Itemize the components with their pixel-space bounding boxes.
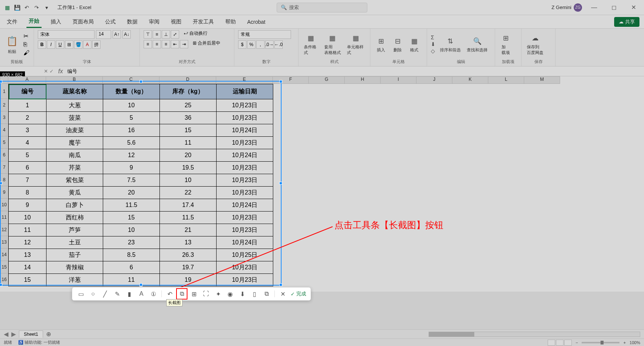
column-header[interactable]: L xyxy=(488,76,524,84)
row-header[interactable]: 2 xyxy=(0,99,8,111)
table-cell[interactable]: 5 xyxy=(9,149,46,162)
delete-cells-button[interactable]: ⊟删除 xyxy=(391,35,404,54)
page-break-view-button[interactable] xyxy=(564,340,572,346)
horizontal-scrollbar[interactable] xyxy=(429,332,640,337)
ribbon-tab-帮助[interactable]: 帮助 xyxy=(223,16,238,28)
table-cell[interactable]: 36 xyxy=(160,112,217,124)
align-top-icon[interactable]: ⊤ xyxy=(144,30,152,39)
page-layout-view-button[interactable] xyxy=(556,340,564,346)
row-header[interactable]: 3 xyxy=(0,111,8,124)
counter-tool-icon[interactable]: ① xyxy=(149,290,158,298)
spreadsheet-grid[interactable]: ABCDEFGHIJKLM 12345678910111213141516 编号… xyxy=(0,76,644,292)
normal-view-button[interactable] xyxy=(548,340,555,346)
close-button[interactable]: ✕ xyxy=(626,2,641,13)
row-header[interactable]: 5 xyxy=(0,136,8,149)
row-header[interactable]: 13 xyxy=(0,236,8,249)
table-cell[interactable]: 5 xyxy=(103,112,160,124)
minimize-button[interactable]: — xyxy=(587,2,602,13)
phonetic-button[interactable]: 拼 xyxy=(92,40,101,49)
table-cell[interactable]: 17.4 xyxy=(160,199,217,212)
format-painter-icon[interactable]: 🖌 xyxy=(23,49,29,56)
row-header[interactable]: 15 xyxy=(0,261,8,273)
text-tool-icon[interactable]: A xyxy=(137,290,146,298)
column-header[interactable]: F xyxy=(273,76,309,84)
table-cell[interactable]: 6 xyxy=(9,162,46,174)
record-tool-icon[interactable]: ◉ xyxy=(226,290,234,298)
select-all-corner[interactable] xyxy=(0,76,8,84)
table-header-cell[interactable]: 库存（kg） xyxy=(160,84,217,99)
table-cell[interactable]: 菠菜 xyxy=(46,112,103,124)
underline-button[interactable]: U xyxy=(56,40,64,49)
sheet-tab[interactable]: Sheet1 xyxy=(19,331,43,338)
table-cell[interactable]: 大葱 xyxy=(46,99,103,112)
line-tool-icon[interactable]: ╱ xyxy=(101,290,109,298)
column-header[interactable]: I xyxy=(381,76,416,84)
indent-dec-icon[interactable]: ⇤ xyxy=(171,40,179,48)
comma-icon[interactable]: , xyxy=(256,40,265,49)
column-header[interactable]: M xyxy=(524,76,560,84)
download-tool-icon[interactable]: ⬇ xyxy=(238,290,246,298)
ribbon-tab-插入[interactable]: 插入 xyxy=(48,16,63,28)
dec-decimal-icon[interactable]: ←.0 xyxy=(274,40,283,49)
table-cell[interactable]: 26.3 xyxy=(160,249,217,261)
table-cell[interactable]: 25 xyxy=(160,99,217,112)
clear-icon[interactable]: ◇ xyxy=(431,48,435,54)
row-header[interactable]: 4 xyxy=(0,124,8,136)
add-sheet-button[interactable]: ⊕ xyxy=(46,331,51,338)
row-header[interactable]: 7 xyxy=(0,161,8,174)
italic-button[interactable]: I xyxy=(47,40,55,49)
zoom-slider[interactable] xyxy=(582,342,619,343)
table-cell[interactable]: 20 xyxy=(160,149,217,162)
table-cell[interactable]: 15 xyxy=(103,212,160,224)
insert-cells-button[interactable]: ⊞插入 xyxy=(374,35,388,54)
format-cells-button[interactable]: ▦格式 xyxy=(407,35,421,54)
table-cell[interactable]: 19 xyxy=(160,274,217,286)
table-cell[interactable]: 10月24日 xyxy=(217,236,273,249)
ribbon-tab-Acrobat[interactable]: Acrobat xyxy=(245,17,268,27)
share-button[interactable]: ☁ 共享 xyxy=(614,17,639,27)
column-header[interactable]: C xyxy=(103,76,159,84)
table-cell[interactable]: 13 xyxy=(9,249,46,261)
copy-icon[interactable]: ⎘ xyxy=(23,41,29,48)
ribbon-tab-开发工具[interactable]: 开发工具 xyxy=(190,16,216,28)
row-header[interactable]: 16 xyxy=(0,273,8,286)
increase-font-icon[interactable]: A↑ xyxy=(113,30,121,39)
scrollbar-thumb[interactable] xyxy=(429,332,474,337)
table-cell[interactable]: 12 xyxy=(9,236,46,249)
row-header[interactable]: 6 xyxy=(0,149,8,161)
row-header[interactable]: 1 xyxy=(0,84,8,99)
zoom-in-button[interactable]: + xyxy=(623,340,625,345)
formula-input[interactable]: 编号 xyxy=(65,68,644,75)
table-cell[interactable]: 10 xyxy=(103,99,160,112)
table-cell[interactable]: 19.5 xyxy=(160,162,217,174)
table-cell[interactable]: 7.5 xyxy=(103,174,160,187)
indent-inc-icon[interactable]: ⇥ xyxy=(180,40,188,48)
conditional-format-button[interactable]: ▦条件格式 xyxy=(302,32,320,56)
column-header[interactable]: K xyxy=(452,76,488,84)
table-cell[interactable]: 3 xyxy=(9,124,46,137)
cancel-screenshot-button[interactable]: ✕ xyxy=(279,290,287,298)
align-right-icon[interactable]: ≡ xyxy=(162,40,170,48)
zoom-out-button[interactable]: − xyxy=(576,340,578,345)
decrease-font-icon[interactable]: A↓ xyxy=(122,30,131,39)
column-header[interactable]: B xyxy=(46,76,103,84)
paste-button[interactable]: 📋 粘贴 xyxy=(4,34,20,55)
rectangle-tool-icon[interactable]: ▭ xyxy=(77,290,85,298)
column-header[interactable]: H xyxy=(345,76,381,84)
find-select-button[interactable]: 🔍查找和选择 xyxy=(465,35,489,54)
sheet-nav-prev-icon[interactable]: ◀ xyxy=(4,331,8,338)
pencil-tool-icon[interactable]: ✎ xyxy=(113,290,121,298)
fill-icon[interactable]: ⬇ xyxy=(431,41,435,47)
table-cell[interactable]: 12 xyxy=(103,149,160,162)
table-cell[interactable]: 6 xyxy=(103,261,160,274)
table-cell[interactable]: 茄子 xyxy=(46,249,103,261)
addins-button[interactable]: ⊞加 载项 xyxy=(499,32,512,56)
table-cell[interactable]: 油麦菜 xyxy=(46,124,103,137)
font-size-select[interactable]: 14 xyxy=(96,30,111,39)
align-bottom-icon[interactable]: ⊥ xyxy=(162,30,170,39)
row-header[interactable]: 10 xyxy=(0,199,8,211)
table-cell[interactable]: 10月23日 xyxy=(217,261,273,274)
inc-decimal-icon[interactable]: .0→ xyxy=(265,40,274,49)
qat-more-icon[interactable]: ▾ xyxy=(42,3,51,12)
table-cell[interactable]: 魔芋 xyxy=(46,137,103,149)
